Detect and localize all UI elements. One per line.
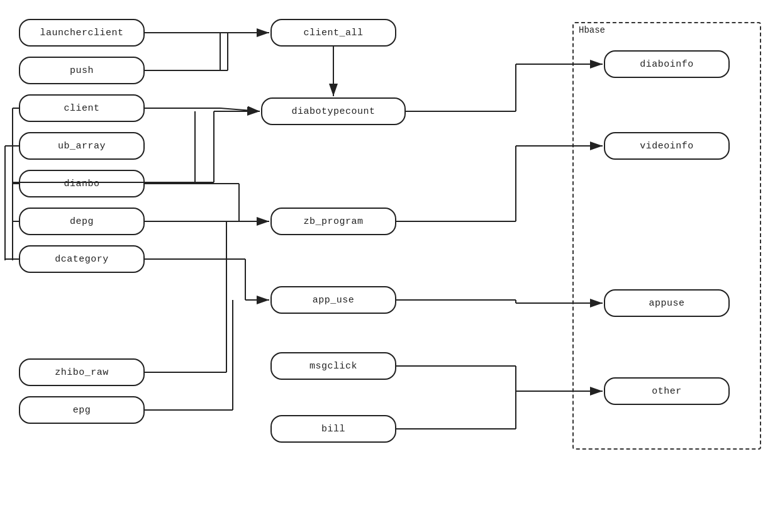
diagram-container: Hbase launcherclient push client ub_arra… [0,0,780,532]
arrows-svg [0,0,780,532]
